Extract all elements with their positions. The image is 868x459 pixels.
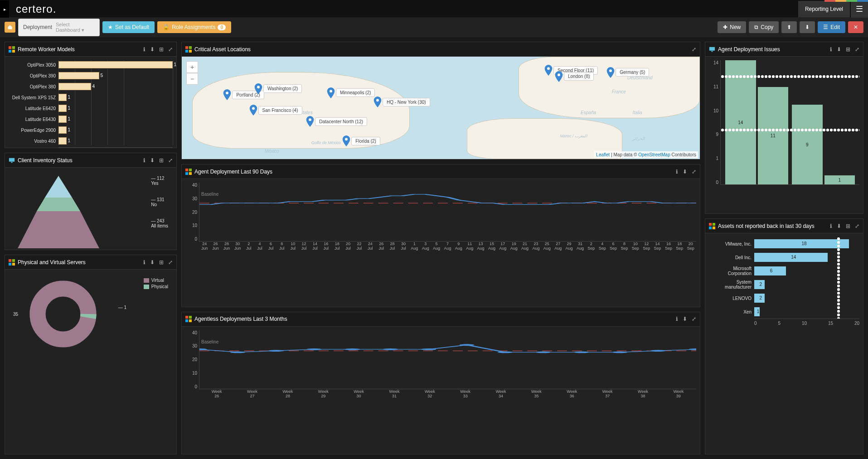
set-default-button[interactable]: ★ Set as Default (102, 21, 155, 33)
download-icon[interactable]: ⬇ (837, 46, 841, 53)
expand-icon[interactable]: ⤢ (168, 46, 173, 53)
expand-icon[interactable]: ⤢ (692, 46, 696, 53)
info-icon[interactable]: ℹ (143, 157, 145, 164)
map-pin[interactable]: Florida (2) (342, 135, 380, 146)
expand-icon[interactable]: ⤢ (855, 223, 859, 229)
download-icon[interactable]: ⬇ (150, 157, 155, 164)
dashboard-selector[interactable]: Deployment Select Dashboard ▾ (18, 19, 100, 36)
windows-icon (185, 46, 192, 53)
svg-point-42 (345, 348, 360, 350)
svg-rect-33 (185, 316, 188, 319)
panel-agentless: Agentless Deployments Last 3 Months ℹ ⬇ … (181, 312, 700, 455)
svg-point-45 (460, 344, 475, 346)
home-button[interactable] (5, 22, 15, 33)
expand-icon[interactable]: ⤢ (168, 157, 173, 164)
map-pin[interactable]: Datacenter North (12) (306, 116, 367, 127)
svg-rect-10 (12, 259, 15, 262)
svg-point-46 (498, 351, 513, 353)
svg-rect-30 (185, 172, 188, 174)
upload-icon: ⬆ (787, 24, 791, 30)
download-icon[interactable]: ⬇ (683, 316, 687, 322)
panel-header: Agent Deployment Last 90 Days ℹ ⬇ ⤢ (182, 164, 700, 179)
info-icon[interactable]: ℹ (143, 259, 145, 266)
panel-header: Agentless Deployments Last 3 Months ℹ ⬇ … (182, 312, 700, 327)
edit-button[interactable]: ☰ Edit (818, 21, 845, 33)
bar-row: OptiPlex 305014 (9, 60, 173, 69)
reporting-level-button[interactable]: Reporting Level (798, 1, 850, 17)
download-icon[interactable]: ⬇ (837, 223, 841, 229)
map-pin[interactable]: London (8) (555, 71, 594, 82)
svg-rect-12 (12, 262, 15, 265)
delete-button[interactable]: ✕ (848, 21, 863, 33)
sidebar-toggle[interactable] (0, 0, 9, 18)
svg-point-26 (558, 73, 560, 76)
app-header: certero. Reporting Level (0, 0, 868, 17)
dashboard-col-left: Remote Worker Models ℹ ⬇ ⊞ ⤢ OptiPlex 30… (5, 42, 177, 454)
download-icon[interactable]: ⬇ (150, 259, 155, 266)
grid-icon[interactable]: ⊞ (846, 223, 850, 229)
panel-actions: ℹ ⬇ ⤢ (676, 169, 696, 175)
panel-actions: ℹ ⬇ ⤢ (676, 316, 696, 322)
info-icon[interactable]: ℹ (830, 46, 832, 53)
close-icon: ✕ (853, 24, 858, 30)
svg-rect-57 (713, 226, 715, 229)
map-body[interactable]: United States México Golfo de México Fra… (182, 57, 700, 159)
donut-chart: 35 — 1 VirtualPhysical (9, 273, 173, 359)
zoom-out-button[interactable]: − (186, 73, 198, 85)
grid-icon[interactable]: ⊞ (159, 157, 164, 164)
download-button[interactable]: ⬇ (800, 21, 815, 33)
map-pin[interactable]: Washington (2) (254, 83, 302, 94)
toolbar: Deployment Select Dashboard ▾ ★ Set as D… (0, 17, 868, 37)
menu-button[interactable] (851, 0, 868, 18)
svg-rect-34 (189, 316, 192, 319)
panel-agent-90: Agent Deployment Last 90 Days ℹ ⬇ ⤢ 4030… (181, 164, 700, 307)
panel-actions: ℹ ⬇ ⊞ ⤢ (143, 157, 173, 164)
grid-icon[interactable]: ⊞ (846, 46, 850, 53)
map-pin[interactable]: San Francisco (4) (249, 105, 302, 116)
panel-body: — 112Yes— 131No— 243All items (5, 168, 176, 250)
bar-row: OptiPlex 3905 (9, 71, 173, 80)
panel-header: Critical Asset Locations ⤢ (182, 42, 700, 57)
header-right: Reporting Level (798, 1, 868, 17)
map-pin[interactable]: HQ - New York (30) (373, 97, 430, 107)
panel-critical-assets: Critical Asset Locations ⤢ United States… (181, 42, 700, 159)
windows-icon (185, 169, 192, 175)
upload-button[interactable]: ⬆ (781, 21, 797, 33)
map-pin[interactable]: Germany (5) (606, 67, 649, 78)
download-icon[interactable]: ⬇ (683, 169, 687, 175)
panel-client-inventory: Client Inventory Status ℹ ⬇ ⊞ ⤢ — 112Ye (5, 153, 177, 250)
svg-rect-28 (185, 169, 188, 171)
dashboard-col-right: Agent Deployment Issues ℹ ⬇ ⊞ ⤢ 14111091… (705, 42, 863, 454)
info-icon[interactable]: ℹ (143, 46, 145, 53)
info-icon[interactable]: ℹ (830, 223, 832, 229)
expand-icon[interactable]: ⤢ (692, 316, 696, 322)
svg-point-44 (421, 348, 436, 350)
info-icon[interactable]: ℹ (676, 316, 678, 322)
grid-icon[interactable]: ⊞ (159, 46, 164, 53)
svg-rect-52 (709, 47, 715, 50)
svg-marker-6 (45, 176, 72, 198)
expand-icon[interactable]: ⤢ (168, 259, 173, 266)
svg-rect-14 (185, 46, 188, 49)
monitor-icon (9, 157, 15, 164)
download-icon[interactable]: ⬇ (150, 46, 155, 53)
panel-title: Remote Worker Models (9, 46, 75, 53)
info-icon[interactable]: ℹ (676, 169, 678, 175)
panel-title: Client Inventory Status (9, 157, 73, 164)
svg-rect-4 (9, 158, 15, 161)
pyramid-label: — 243All items (151, 218, 168, 228)
line-chart: 40302010024Jun26Jun28Jun30Jun2Jul4Jul6Ju… (185, 183, 696, 251)
grid-icon[interactable]: ⊞ (159, 259, 164, 266)
role-assignments-button[interactable]: 🔒 Role Assignments 0 (157, 21, 231, 33)
map-pin[interactable]: Minneapolis (2) (327, 87, 375, 98)
zoom-in-button[interactable]: + (186, 61, 198, 73)
expand-icon[interactable]: ⤢ (855, 46, 859, 53)
windows-icon (9, 259, 15, 266)
svg-point-22 (309, 118, 311, 121)
copy-button[interactable]: ⧉ Copy (749, 21, 779, 33)
new-button[interactable]: ✚ New (718, 21, 746, 33)
donut-value-virtual: 35 (13, 312, 18, 317)
svg-rect-29 (189, 169, 192, 171)
expand-icon[interactable]: ⤢ (692, 169, 696, 175)
bar: 1 (824, 175, 855, 184)
